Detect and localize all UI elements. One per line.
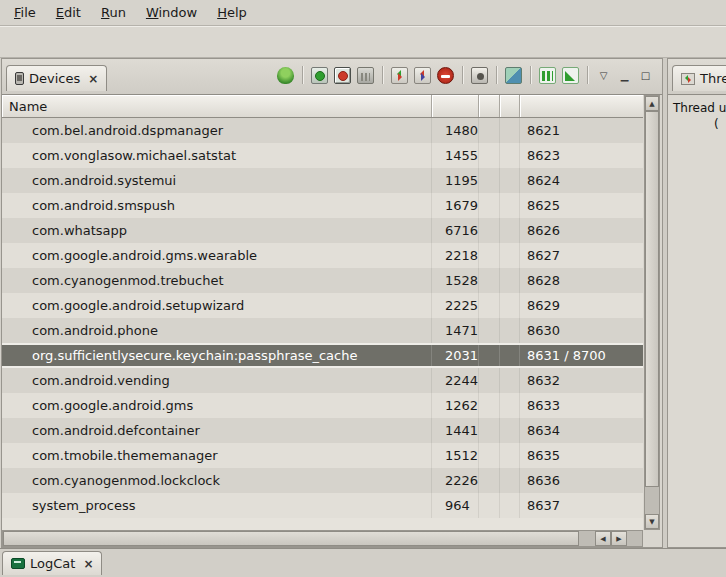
cell-m2 xyxy=(500,393,520,418)
scroll-up-icon[interactable]: ▲ xyxy=(645,96,659,111)
scroll-right-icon[interactable]: ▶ xyxy=(611,531,627,546)
network-stats-icon[interactable] xyxy=(562,67,579,84)
column-header-mini1[interactable] xyxy=(479,95,500,117)
table-row[interactable]: com.cyanogenmod.lockclock222658636 xyxy=(2,468,643,493)
cell-m2 xyxy=(500,268,520,293)
sysinfo-icon[interactable] xyxy=(539,67,556,84)
view-menu-icon[interactable]: ▽ xyxy=(596,67,611,84)
scroll-down-icon[interactable]: ▼ xyxy=(645,514,659,529)
cell-m2 xyxy=(500,368,520,393)
horizontal-scrollbar[interactable]: ◀ ▶ xyxy=(2,530,643,547)
cell-name: com.android.systemui xyxy=(2,168,432,193)
cell-name: com.bel.android.dspmanager xyxy=(2,118,432,143)
column-header-port[interactable] xyxy=(520,95,643,117)
menu-bar: File Edit Run Window Help xyxy=(0,0,726,26)
dump-hprof-icon[interactable] xyxy=(334,67,351,84)
menu-help[interactable]: Help xyxy=(207,2,257,23)
table-row[interactable]: com.google.android.gms.wearable221858627 xyxy=(2,243,643,268)
cell-m2 xyxy=(500,443,520,468)
table-row[interactable]: com.whatsapp67168626 xyxy=(2,218,643,243)
table-row[interactable]: com.android.systemui11958624 xyxy=(2,168,643,193)
cell-port: 8634 xyxy=(520,418,643,443)
update-threads-icon[interactable] xyxy=(391,67,408,84)
stop-process-icon[interactable] xyxy=(437,67,454,84)
maximize-icon[interactable]: □ xyxy=(638,67,653,84)
cell-m1 xyxy=(479,493,500,518)
cell-m1 xyxy=(479,268,500,293)
menu-run[interactable]: Run xyxy=(91,2,136,23)
table-row[interactable]: com.tmobile.thememanager15128635 xyxy=(2,443,643,468)
table-row[interactable]: org.sufficientlysecure.keychain:passphra… xyxy=(2,343,643,368)
tab-threads[interactable]: Threads xyxy=(672,65,726,91)
cell-name: com.cyanogenmod.lockclock xyxy=(2,468,432,493)
tab-logcat[interactable]: LogCat × xyxy=(2,551,102,575)
cell-m2 xyxy=(500,493,520,518)
column-header-name[interactable]: Name xyxy=(2,95,432,117)
table-row[interactable]: com.bel.android.dspmanager14808621 xyxy=(2,118,643,143)
vertical-scroll-thumb[interactable] xyxy=(645,111,659,487)
table-row[interactable]: system_process9648637 xyxy=(2,493,643,518)
cell-name: com.google.android.setupwizard xyxy=(2,293,432,318)
cell-name: com.android.vending xyxy=(2,368,432,393)
main-area: Devices × ▽▁□ Name com.bel.android.dspma… xyxy=(0,58,726,548)
debug-process-icon[interactable] xyxy=(277,67,294,84)
table-row[interactable]: com.google.android.setupwizard222508629 xyxy=(2,293,643,318)
cell-name: com.android.phone xyxy=(2,318,432,343)
menu-file[interactable]: File xyxy=(4,2,46,23)
cell-pid: 6716 xyxy=(432,218,479,243)
threads-icon xyxy=(681,73,695,85)
table-row[interactable]: com.android.vending224408632 xyxy=(2,368,643,393)
cell-port: 8623 xyxy=(520,143,643,168)
cell-pid: 22265 xyxy=(432,468,479,493)
vertical-scrollbar[interactable]: ▲ ▼ xyxy=(644,95,660,530)
cell-m1 xyxy=(479,168,500,193)
cell-pid: 14411 xyxy=(432,418,479,443)
table-row[interactable]: com.android.phone14718630 xyxy=(2,318,643,343)
cell-port: 8632 xyxy=(520,368,643,393)
cell-pid: 1480 xyxy=(432,118,479,143)
cell-name: com.vonglasow.michael.satstat xyxy=(2,143,432,168)
cell-port: 8629 xyxy=(520,293,643,318)
cell-m2 xyxy=(500,168,520,193)
cell-port: 8628 xyxy=(520,268,643,293)
cell-port: 8635 xyxy=(520,443,643,468)
table-row[interactable]: com.cyanogenmod.trebuchet15288628 xyxy=(2,268,643,293)
start-method-profiling-icon[interactable] xyxy=(414,67,431,84)
cell-m2 xyxy=(500,143,520,168)
cell-pid: 12623 xyxy=(432,393,479,418)
toolbar-separator xyxy=(382,66,383,84)
cause-gc-icon[interactable] xyxy=(357,67,374,84)
column-header-mini2[interactable] xyxy=(500,95,520,117)
screen-capture-icon[interactable] xyxy=(471,67,488,84)
cell-name: com.cyanogenmod.trebuchet xyxy=(2,268,432,293)
cell-m1 xyxy=(479,443,500,468)
close-icon[interactable]: × xyxy=(88,72,98,86)
column-header-pid[interactable] xyxy=(432,95,479,117)
logcat-icon xyxy=(11,558,25,569)
toolbar-separator xyxy=(530,66,531,84)
cell-name: com.android.defcontainer xyxy=(2,418,432,443)
cell-port: 8636 xyxy=(520,468,643,493)
tab-devices[interactable]: Devices × xyxy=(6,65,107,91)
cell-pid: 964 xyxy=(432,493,479,518)
table-row[interactable]: com.vonglasow.michael.satstat145538623 xyxy=(2,143,643,168)
horizontal-scroll-thumb[interactable] xyxy=(3,531,579,546)
cell-pid: 1528 xyxy=(432,268,479,293)
table-row[interactable]: com.google.android.gms126238633 xyxy=(2,393,643,418)
cell-name: com.whatsapp xyxy=(2,218,432,243)
table-row[interactable]: com.android.smspush16798625 xyxy=(2,193,643,218)
cell-name: system_process xyxy=(2,493,432,518)
minimize-icon[interactable]: ▁ xyxy=(617,67,632,84)
table-row[interactable]: com.android.defcontainer144118634 xyxy=(2,418,643,443)
close-icon[interactable]: × xyxy=(83,557,93,571)
menu-edit[interactable]: Edit xyxy=(46,2,91,23)
capture-video-icon[interactable] xyxy=(505,67,522,84)
toolbar-separator xyxy=(496,66,497,84)
cell-m1 xyxy=(479,118,500,143)
menu-window[interactable]: Window xyxy=(136,2,207,23)
cell-m1 xyxy=(479,243,500,268)
scroll-left-icon[interactable]: ◀ xyxy=(595,531,611,546)
cell-m1 xyxy=(479,468,500,493)
update-heap-icon[interactable] xyxy=(311,67,328,84)
cell-name: org.sufficientlysecure.keychain:passphra… xyxy=(2,345,432,366)
